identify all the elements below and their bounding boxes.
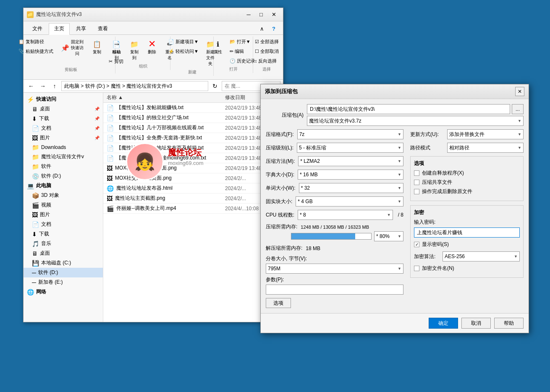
sidebar-item-quick-access[interactable]: ⚡ 快速访问 xyxy=(24,94,103,104)
forward-button[interactable]: → xyxy=(38,81,48,91)
ribbon-tab-home[interactable]: 主页 xyxy=(49,23,70,35)
cancel-button[interactable]: 取消 xyxy=(461,318,491,329)
back-button[interactable]: ← xyxy=(26,81,36,91)
method-select[interactable]: * LZMA2 xyxy=(298,156,403,166)
sidebar-item-software-d2[interactable]: ─ 软件 (D:) xyxy=(24,268,103,277)
table-row[interactable]: 🖼 MOX社交广场主页面.png 2024/2/... xyxy=(103,173,283,183)
desktop2-icon: 🖥 xyxy=(32,250,38,257)
update-select[interactable]: 添加并替换文件 xyxy=(447,129,524,139)
move-to-btn[interactable]: → 移动到 xyxy=(108,37,125,63)
table-row[interactable]: 📄 【魔性论坛】全免费-无套路-更新快.txt 2024/2/19 13:48 xyxy=(103,133,283,143)
pin-btn[interactable]: 📌 固定到快速访问 xyxy=(58,37,88,58)
archive-file-select[interactable]: 魔性论坛宣传文件v3.7z xyxy=(307,116,524,126)
file-name-8: 魔性论坛地址发布器.html xyxy=(116,185,225,192)
word-select[interactable]: * 32 xyxy=(299,183,403,193)
sidebar-item-video[interactable]: 🎬 视频 xyxy=(24,200,103,210)
new-item-btn[interactable]: 📄 新建项目▼ xyxy=(166,37,201,46)
ribbon-expand-btn[interactable]: ∧ xyxy=(256,25,268,33)
paste-shortcut-btn[interactable]: 📎 粘贴快捷方式 xyxy=(16,47,56,56)
pictures-icon: 🖼 xyxy=(32,135,38,141)
ribbon-help-btn[interactable]: ? xyxy=(268,25,280,33)
copy-path-btn[interactable]: 📋 复制路径 xyxy=(16,37,56,46)
sidebar-item-new-vol-e[interactable]: ─ 新加卷 (E:) xyxy=(24,277,103,287)
delete-btn[interactable]: ✕ 删除 xyxy=(144,37,160,63)
sidebar-item-local-c[interactable]: 💾 本地磁盘 (C:) xyxy=(24,258,103,268)
sidebar-item-download2[interactable]: ⬇ 下载 xyxy=(24,229,103,239)
address-path[interactable]: 此电脑 > 软件 (D:) > 魔性 > 魔性论坛宣传文件v3 xyxy=(61,81,208,91)
sidebar-item-download[interactable]: ⬇ 下载 📌 xyxy=(24,114,103,123)
sidebar-item-software[interactable]: 📁 软件 xyxy=(24,162,103,171)
params-input[interactable] xyxy=(266,285,403,295)
sidebar-item-downloads[interactable]: 📁 Downloads xyxy=(24,143,103,152)
copy-to-btn[interactable]: 📁 复制到 xyxy=(126,37,143,63)
solid-select[interactable]: * 4 GB xyxy=(296,196,403,206)
table-row[interactable]: 📄 【魔性论坛】永久链接moxing69.com.txt 2024/2/19 1… xyxy=(103,153,283,163)
properties-btn[interactable]: ℹ 属性 xyxy=(210,37,226,65)
sidebar-item-mouxing[interactable]: 📁 魔性论坛宣传文件v xyxy=(24,152,103,162)
ribbon-tab-file[interactable]: 文件 xyxy=(27,23,48,34)
encrypt-method-select[interactable]: AES-256 xyxy=(443,251,520,261)
copy-btn[interactable]: 📋 复制 xyxy=(89,37,105,57)
format-select[interactable]: 7z zip xyxy=(297,129,403,139)
maximize-button[interactable]: □ xyxy=(255,10,267,19)
options-button[interactable]: 选项 xyxy=(266,298,291,308)
dialog-close-button[interactable]: ✕ xyxy=(515,87,524,96)
deselect-all-btn[interactable]: ☐ 全部取消 xyxy=(252,47,281,56)
archive-path-input[interactable] xyxy=(307,104,510,114)
desktop2-label: 桌面 xyxy=(40,250,50,257)
delete-icon: ✕ xyxy=(147,39,157,49)
sidebar-item-desktop2[interactable]: 🖥 桌面 xyxy=(24,248,103,258)
easy-access-btn[interactable]: ⚡ 轻松访问▼ xyxy=(166,47,201,56)
dict-select[interactable]: * 16 MB xyxy=(298,170,403,180)
dialog-footer: 确定 取消 帮助 xyxy=(261,313,529,333)
refresh-button[interactable]: ↻ xyxy=(210,81,220,91)
software-d-icon: 💿 xyxy=(32,173,39,180)
minimize-button[interactable]: ─ xyxy=(243,10,254,19)
help-button[interactable]: 帮助 xyxy=(494,318,524,329)
up-button[interactable]: ↑ xyxy=(50,81,60,91)
password-input[interactable] xyxy=(414,227,520,238)
show-password-checkbox[interactable] xyxy=(414,242,419,247)
file-icon-9: 🖼 xyxy=(107,195,113,202)
invert-select-btn[interactable]: ↕ 反向选择 xyxy=(252,57,281,65)
sidebar-item-music[interactable]: 🎵 音乐 xyxy=(24,239,103,248)
memory-section: 压缩所需内存: 1248 MB / 13058 MB / 16323 MB * … xyxy=(266,223,403,241)
close-button[interactable]: ✕ xyxy=(268,10,280,19)
sidebar-item-pictures[interactable]: 🖼 图片 📌 xyxy=(24,133,103,143)
ribbon-tabs: 文件 主页 共享 查看 ∧ ? xyxy=(24,23,283,35)
share-checkbox[interactable] xyxy=(414,180,419,185)
delete-checkbox[interactable] xyxy=(414,189,419,194)
table-row[interactable]: 📄 【魔性论坛】几十万部视频在线观看.txt 2024/2/19 13:48 xyxy=(103,123,283,133)
table-row[interactable]: 🌐 魔性论坛地址发布器.html 2024/2/... xyxy=(103,183,283,193)
encrypt-filenames-checkbox[interactable] xyxy=(414,266,419,271)
sidebar-item-pictures2[interactable]: 🖼 图片 xyxy=(24,210,103,220)
archive-browse-button[interactable]: ... xyxy=(512,104,524,114)
memory-percent-select[interactable]: * 80% xyxy=(374,231,403,241)
select-all-btn[interactable]: ☑ 全部选择 xyxy=(252,37,281,46)
table-row[interactable]: 📄 【魔性论坛】的独立社交广场.txt 2024/2/19 13:48 xyxy=(103,113,283,123)
table-row[interactable]: 🖼 魔性论坛主页截图.png 2024/2/... xyxy=(103,193,283,204)
file-icon-4: 📄 xyxy=(107,145,114,152)
sidebar-item-this-pc[interactable]: 💻 此电脑 xyxy=(24,181,103,191)
ribbon-tab-share[interactable]: 共享 xyxy=(71,23,92,34)
table-row[interactable]: 📄 【魔性论坛】发帖就能赚钱.txt 2024/2/19 13:48 xyxy=(103,103,283,113)
dialog-title: 添加到压缩包 xyxy=(265,88,298,95)
path-mode-select[interactable]: 相对路径 xyxy=(447,143,524,153)
ok-button[interactable]: 确定 xyxy=(429,318,458,329)
table-row[interactable]: 🎬 佟丽娅--调教美女上司.mp4 2024/4/...10:08 xyxy=(103,204,283,214)
cpu-select[interactable]: * 8 xyxy=(298,210,393,220)
sidebar-item-docs[interactable]: 📄 文档 📌 xyxy=(24,123,103,133)
col-name-header[interactable]: 名称 ▲ xyxy=(107,94,225,101)
sidebar-item-desktop[interactable]: 🖥 桌面 📌 xyxy=(24,104,103,114)
sidebar-item-3d[interactable]: 📦 3D 对象 xyxy=(24,191,103,200)
level-select[interactable]: 5 - 标准压缩 xyxy=(297,143,403,153)
table-row[interactable]: 🖼 MOX社交广场登录界面.png 2024/2/19 13:48 xyxy=(103,163,283,173)
table-row[interactable]: 📄 【魔性论坛】永久地址发布页及邮箱.txt 2024/2/19 13:48 xyxy=(103,143,283,153)
sfx-checkbox[interactable] xyxy=(414,170,419,176)
pin-label: 固定到快速访问 xyxy=(69,39,85,57)
sidebar-item-software-d[interactable]: 💿 软件 (D:) xyxy=(24,171,103,181)
ribbon-tab-view[interactable]: 查看 xyxy=(92,23,113,34)
split-select[interactable]: 795M xyxy=(266,264,403,274)
sidebar-item-docs2[interactable]: 📄 文档 xyxy=(24,220,103,229)
sidebar-item-network[interactable]: 🌐 网络 xyxy=(24,287,103,297)
